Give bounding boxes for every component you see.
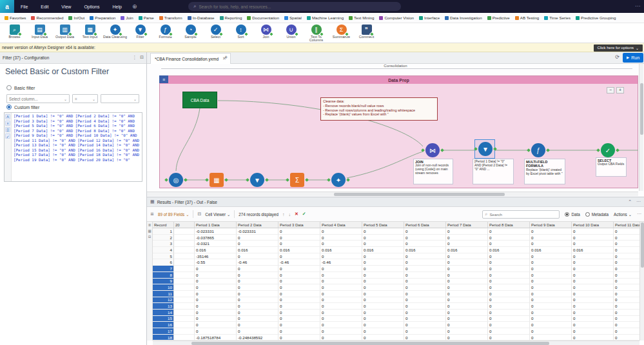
cell-viewer-dropdown[interactable]: Cell Viewer ⌄ xyxy=(205,212,230,217)
data-cell[interactable]: 0 xyxy=(320,303,362,310)
metadata-radio[interactable] xyxy=(585,212,590,217)
data-cell[interactable]: 0 xyxy=(320,310,362,316)
data-cell[interactable]: 0 xyxy=(572,266,614,272)
custom-filter-option[interactable]: Custom filter xyxy=(6,104,39,110)
data-cell[interactable]: 0 xyxy=(530,322,572,328)
data-cell[interactable]: 0 xyxy=(614,328,639,335)
data-cell[interactable]: 0 xyxy=(446,303,488,310)
data-cell[interactable]: 0 xyxy=(488,259,530,266)
data-cell[interactable]: 0 xyxy=(195,303,237,310)
cba-data-node[interactable]: CBA Data xyxy=(182,92,217,108)
view-list-icon[interactable]: ≣ xyxy=(148,223,151,227)
workflow-tab[interactable]: *CBA Finance Consolidation.yxmd ✕ xyxy=(150,53,231,64)
table-row[interactable]: 3-0.032100000000000 xyxy=(153,241,639,247)
data-cell[interactable]: 0 xyxy=(237,303,278,310)
data-cell[interactable]: 0 xyxy=(278,235,320,241)
data-cell[interactable]: 0 xyxy=(195,297,237,304)
data-cell[interactable]: 0 xyxy=(614,266,639,272)
data-cell[interactable]: 0 xyxy=(278,322,320,328)
data-cell[interactable]: 0 xyxy=(362,272,404,279)
data-cell[interactable]: 0 xyxy=(446,335,488,340)
data-cell[interactable]: 0 xyxy=(320,316,362,322)
expression-text[interactable]: [Period 1 Data] != "0" AND [Period 2 Dat… xyxy=(12,113,142,181)
table-row[interactable]: 13000000000000 xyxy=(153,303,639,310)
data-cell[interactable] xyxy=(174,266,195,272)
container-expand-button[interactable]: + xyxy=(616,87,624,94)
record-cell[interactable]: 14 xyxy=(153,310,174,316)
record-cell[interactable]: 16 xyxy=(153,322,174,328)
data-cell[interactable]: 0 xyxy=(446,228,488,235)
ribbon-tab-predictive-grouping[interactable]: Predictive Grouping xyxy=(573,15,618,20)
data-cell[interactable]: 0 xyxy=(237,253,278,260)
menu-options[interactable]: Options xyxy=(77,5,106,9)
summarize-tool-icon[interactable]: Σ xyxy=(290,173,304,187)
data-cell[interactable]: 0 xyxy=(446,322,488,328)
palette-tool-output-data[interactable]: ▥Output Data xyxy=(52,23,77,43)
globe-icon[interactable]: ⊕ xyxy=(128,3,141,10)
data-cell[interactable]: 0 xyxy=(237,266,278,272)
data-cell[interactable]: 0 xyxy=(237,284,278,291)
data-cell[interactable]: 0 xyxy=(320,284,362,291)
menu-file[interactable]: File xyxy=(14,5,34,9)
table-row[interactable]: 10000000000000 xyxy=(153,284,639,291)
mff-annotation[interactable]: MULTI-FIELD FORMULA Replace '(blank)' cr… xyxy=(524,159,565,184)
ribbon-tab-ab-testing[interactable]: AB Testing xyxy=(512,15,542,20)
more-options-icon[interactable]: ⋯ xyxy=(637,212,641,217)
data-cell[interactable]: 0 xyxy=(362,284,404,291)
ribbon-tab-reporting[interactable]: Reporting xyxy=(217,15,245,20)
column-header-period-11-data[interactable]: Period 11 Data xyxy=(614,222,639,228)
column-header-period-1-data[interactable]: Period 1 Data xyxy=(195,222,237,228)
record-cell[interactable]: 17 xyxy=(153,328,174,335)
cleanse-comment[interactable]: Cleanse data: - Remove records blank/nul… xyxy=(320,97,438,121)
data-cell[interactable]: 0 xyxy=(362,266,404,272)
data-cell[interactable]: -0.55 xyxy=(195,259,237,266)
data-cell[interactable]: 0 xyxy=(362,259,404,266)
data-cell[interactable]: 0 xyxy=(278,241,320,247)
data-cell[interactable]: 0 xyxy=(530,284,572,291)
true-output-icon[interactable]: ✓ xyxy=(302,212,306,217)
data-cell[interactable]: 0 xyxy=(278,316,320,322)
table-row[interactable]: 2-0.03786500000000000 xyxy=(153,235,639,241)
data-cell[interactable]: 0 xyxy=(488,235,530,241)
constant-insert-icon[interactable]: [] xyxy=(5,127,10,132)
data-cell[interactable] xyxy=(174,322,195,328)
data-cell[interactable]: 0 xyxy=(530,266,572,272)
data-cell[interactable]: 0 xyxy=(237,241,278,247)
function-insert-icon[interactable]: x xyxy=(5,121,10,126)
run-button[interactable]: ▶ Run xyxy=(623,53,643,63)
data-cell[interactable] xyxy=(174,235,195,241)
data-cell[interactable]: 0 xyxy=(404,228,446,235)
data-cell[interactable]: 0 xyxy=(404,241,446,247)
data-cell[interactable]: 0 xyxy=(488,272,530,279)
data-cell[interactable]: -0.46 xyxy=(237,259,278,266)
data-cell[interactable]: 0 xyxy=(195,279,237,285)
table-row[interactable]: 1-0.023331-0.0233310000000000 xyxy=(153,228,639,235)
data-cell[interactable] xyxy=(174,259,195,266)
data-cell[interactable]: 0 xyxy=(446,284,488,291)
data-cell[interactable]: 0 xyxy=(530,328,572,335)
data-cell[interactable]: 0 xyxy=(530,272,572,279)
data-cell[interactable]: 0 xyxy=(320,328,362,335)
data-cell[interactable] xyxy=(174,335,195,340)
data-cell[interactable]: 0 xyxy=(320,291,362,297)
column-header-period-5-data[interactable]: Period 5 Data xyxy=(362,222,404,228)
data-cell[interactable]: 0 xyxy=(362,228,404,235)
data-radio[interactable] xyxy=(565,212,569,217)
column-header-period-8-data[interactable]: Period 8 Data xyxy=(488,222,530,228)
data-cell[interactable]: 0 xyxy=(488,316,530,322)
palette-tool-comment[interactable]: ❞Comment xyxy=(354,23,379,43)
data-cell[interactable]: 0 xyxy=(572,284,614,291)
column-header-period-4-data[interactable]: Period 4 Data xyxy=(320,222,362,228)
ribbon-tab-recommended[interactable]: Recommended xyxy=(28,15,66,20)
data-cell[interactable]: 0 xyxy=(530,310,572,316)
data-cell[interactable]: 0 xyxy=(278,272,320,279)
selected-filter-tool-icon[interactable]: ▼ xyxy=(478,142,493,156)
value-select[interactable]: ⌄ xyxy=(101,94,139,103)
global-search-input[interactable] xyxy=(199,5,396,9)
data-cell[interactable]: 0 xyxy=(362,241,404,247)
data-cell[interactable]: 0 xyxy=(572,297,614,304)
data-cell[interactable]: 0 xyxy=(404,279,446,285)
data-cell[interactable]: 0 xyxy=(530,316,572,322)
ribbon-tab-in-database[interactable]: In-Database xyxy=(185,15,217,20)
data-cell[interactable]: 0 xyxy=(614,253,639,260)
